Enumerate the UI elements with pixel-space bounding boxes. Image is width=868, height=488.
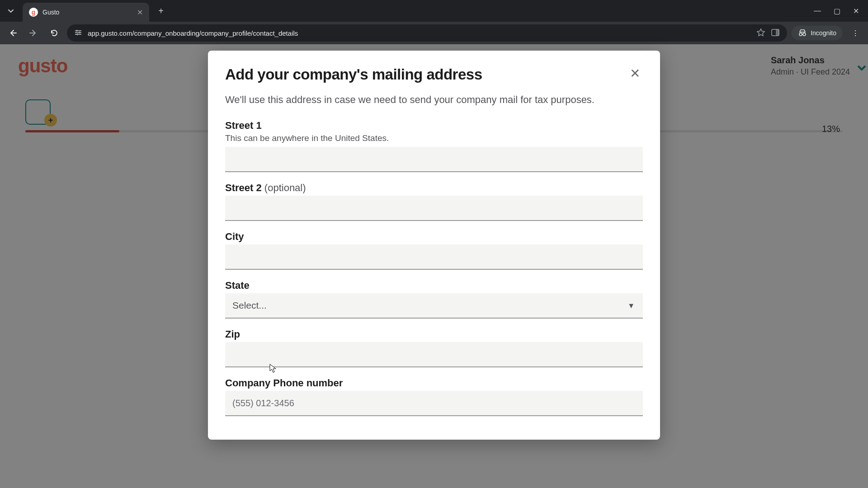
street1-help: This can be anywhere in the United State…	[225, 133, 643, 143]
tab-favicon: g	[29, 8, 38, 17]
reload-button[interactable]	[46, 25, 62, 41]
field-zip: Zip	[225, 328, 643, 367]
modal-description: We'll use this address in case we need t…	[225, 92, 614, 107]
incognito-indicator[interactable]: Incognito	[792, 26, 843, 40]
tab-close-icon[interactable]: ✕	[137, 8, 143, 17]
state-select[interactable]: Select...	[225, 293, 643, 319]
mailing-address-modal: Add your company's mailing address ✕ We'…	[208, 51, 660, 440]
field-street1: Street 1 This can be anywhere in the Uni…	[225, 120, 643, 172]
arrow-right-icon	[29, 28, 38, 38]
city-input[interactable]	[225, 244, 643, 270]
modal-close-button[interactable]: ✕	[627, 66, 643, 81]
zip-input[interactable]	[225, 342, 643, 367]
address-bar[interactable]: app.gusto.com/company_onboarding/company…	[67, 24, 787, 42]
browser-toolbar: app.gusto.com/company_onboarding/company…	[0, 22, 868, 44]
street1-input[interactable]	[225, 147, 643, 172]
svg-point-5	[76, 33, 78, 35]
tab-title: Gusto	[42, 9, 132, 16]
svg-rect-7	[776, 29, 779, 36]
street2-label: Street 2 (optional)	[225, 182, 643, 194]
site-settings-icon[interactable]	[74, 28, 82, 38]
svg-point-8	[799, 33, 802, 36]
window-close-icon[interactable]: ✕	[853, 7, 859, 15]
field-street2: Street 2 (optional)	[225, 182, 643, 221]
back-button[interactable]	[5, 25, 21, 41]
side-panel-icon[interactable]	[771, 28, 780, 38]
svg-point-3	[76, 30, 78, 32]
field-city: City	[225, 231, 643, 270]
svg-point-4	[79, 32, 80, 33]
chevron-down-icon	[8, 8, 14, 14]
modal-body[interactable]: We'll use this address in case we need t…	[208, 92, 660, 440]
arrow-left-icon	[8, 28, 17, 38]
city-label: City	[225, 231, 643, 243]
browser-tab-strip: g Gusto ✕ + ― ▢ ✕	[0, 0, 868, 22]
new-tab-button[interactable]: +	[153, 3, 169, 19]
window-maximize-icon[interactable]: ▢	[834, 7, 840, 15]
reload-icon	[50, 28, 59, 38]
browser-tab[interactable]: g Gusto ✕	[23, 3, 149, 22]
optional-tag: (optional)	[264, 182, 306, 193]
state-label: State	[225, 280, 643, 291]
phone-label: Company Phone number	[225, 377, 643, 389]
field-state: State Select... ▼	[225, 280, 643, 319]
phone-input[interactable]	[225, 391, 643, 416]
bookmark-star-icon[interactable]	[756, 28, 765, 38]
incognito-icon	[798, 28, 807, 38]
svg-point-9	[803, 33, 806, 36]
street2-input[interactable]	[225, 196, 643, 221]
incognito-label: Incognito	[811, 29, 836, 37]
street1-label: Street 1	[225, 120, 643, 131]
browser-menu-button[interactable]: ⋮	[847, 25, 863, 41]
tab-search-dropdown[interactable]	[0, 0, 22, 22]
forward-button	[25, 25, 42, 41]
window-minimize-icon[interactable]: ―	[814, 7, 821, 15]
url-text: app.gusto.com/company_onboarding/company…	[88, 29, 751, 37]
zip-label: Zip	[225, 328, 643, 340]
field-phone: Company Phone number	[225, 377, 643, 416]
modal-title: Add your company's mailing address	[225, 66, 627, 83]
